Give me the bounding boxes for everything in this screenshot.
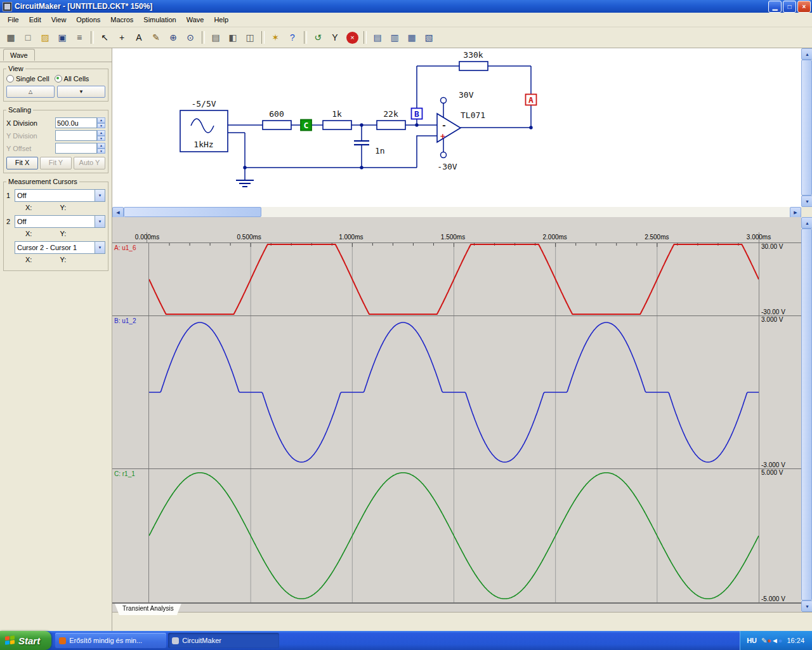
- waveform-vertical-scrollbar[interactable]: ▲ ▼: [801, 217, 812, 612]
- waveform-window-button-1[interactable]: ▤: [369, 30, 386, 46]
- waveform-scroll-down-arrow[interactable]: ▼: [801, 600, 812, 612]
- fit-x-button[interactable]: Fit X: [6, 157, 38, 169]
- y-division-spinner[interactable]: ▲▼: [97, 130, 105, 141]
- vminus-terminal[interactable]: [441, 152, 447, 158]
- run-wizard-button[interactable]: ✶: [267, 30, 284, 46]
- waveform-window-button-4[interactable]: ▧: [421, 30, 437, 46]
- open-file-button[interactable]: ▨: [37, 30, 53, 46]
- triangle-up-icon: △: [29, 89, 32, 95]
- menu-macros[interactable]: Macros: [105, 14, 138, 25]
- tile-windows-button[interactable]: ◫: [242, 30, 258, 46]
- resistor-22k[interactable]: [377, 121, 405, 129]
- time-axis: 0.000ms0.500ms1.000ms1.500ms2.000ms2.500…: [147, 232, 759, 242]
- start-button[interactable]: Start: [0, 631, 51, 650]
- print-button[interactable]: ≡: [71, 30, 88, 46]
- resistor-1k-label: 1k: [332, 109, 342, 119]
- trace-plot-c[interactable]: [149, 469, 759, 602]
- circuit-vertical-scrollbar[interactable]: ▲ ▼: [801, 48, 812, 207]
- help-button[interactable]: ?: [284, 30, 301, 46]
- cursor-diff-select[interactable]: Cursor 2 - Cursor 1 ▼: [15, 241, 105, 254]
- y-offset-input[interactable]: [55, 143, 97, 154]
- tray-pencil-icon[interactable]: ✎: [761, 637, 767, 644]
- y-division-input[interactable]: [55, 130, 97, 141]
- waveform-window-button-2[interactable]: ▥: [386, 30, 403, 46]
- trace-plot-a[interactable]: [149, 243, 759, 315]
- fit-to-window-button[interactable]: ◧: [225, 30, 241, 46]
- tray-volume-icon[interactable]: ◄: [771, 637, 778, 644]
- circuit-scroll-down-arrow[interactable]: ▼: [801, 196, 812, 207]
- fit-y-button[interactable]: Fit Y: [40, 157, 72, 169]
- probe-tool-button[interactable]: ⊙: [182, 30, 199, 46]
- cursor1-select[interactable]: Off ▼: [15, 189, 105, 202]
- circuit-vscroll-thumb[interactable]: [801, 60, 812, 196]
- circuit-hscroll-thumb[interactable]: [124, 207, 261, 217]
- single-cell-radio[interactable]: Single Cell: [6, 75, 49, 83]
- save-file-button[interactable]: ▣: [54, 30, 70, 46]
- cursor-diff-value: Cursor 2 - Cursor 1: [15, 244, 95, 251]
- reset-simulation-button[interactable]: ↺: [310, 30, 326, 46]
- spin-up-icon[interactable]: ▲: [97, 117, 105, 123]
- minimize-button[interactable]: ▁: [768, 1, 782, 13]
- resistor-1k[interactable]: [323, 121, 351, 129]
- x-division-spinner[interactable]: ▲▼: [97, 117, 105, 128]
- sheet-view-button[interactable]: ▤: [207, 30, 224, 46]
- scaling-group-title: Scaling: [6, 106, 33, 114]
- trace-plot-b[interactable]: [149, 316, 759, 468]
- all-cells-radio[interactable]: All Cells: [55, 75, 89, 83]
- title-bar[interactable]: CircuitMaker - [UNTITLED.CKT* 150%] ▁ □ …: [0, 0, 812, 13]
- spin-up-icon[interactable]: ▲: [97, 130, 105, 136]
- auto-y-button[interactable]: Auto Y: [74, 157, 105, 169]
- x-division-input[interactable]: [55, 117, 97, 128]
- zoom-tool-button[interactable]: ⊕: [165, 30, 181, 46]
- waveform-window-button-3[interactable]: ▦: [403, 30, 420, 46]
- stop-button[interactable]: ×: [346, 32, 358, 44]
- taskbar-task-1[interactable]: Erősítő mindig és min...: [55, 633, 166, 648]
- menu-file[interactable]: File: [3, 14, 24, 25]
- pan-up-button[interactable]: △: [6, 86, 55, 98]
- menu-wave[interactable]: Wave: [181, 14, 209, 25]
- pan-down-button[interactable]: ▼: [57, 86, 105, 98]
- menu-simulation[interactable]: Simulation: [138, 14, 181, 25]
- waveform-vscroll-thumb[interactable]: [801, 229, 812, 600]
- y-axis-a: 30.00 V-30.00 V: [759, 243, 801, 315]
- spin-down-icon[interactable]: ▼: [97, 123, 105, 129]
- circuit-horizontal-scrollbar[interactable]: ◀ ▶: [112, 207, 801, 217]
- waveform-scroll-up-arrow[interactable]: ▲: [801, 217, 812, 229]
- schematic-canvas[interactable]: -5/5V 1kHz 600 1k 22k 1n 330k TL071 30V …: [112, 48, 801, 207]
- tray-messenger-icon[interactable]: ●: [778, 637, 783, 644]
- new-file-button[interactable]: □: [20, 30, 36, 46]
- text-tool-button[interactable]: A: [131, 30, 147, 46]
- circuit-hscroll-track[interactable]: [261, 207, 790, 217]
- spin-up-icon[interactable]: ▲: [97, 143, 105, 149]
- menu-options[interactable]: Options: [71, 14, 105, 25]
- delete-tool-button[interactable]: ✎: [148, 30, 164, 46]
- taskbar-task-2[interactable]: CircuitMaker: [168, 633, 279, 648]
- ground-symbol[interactable]: [236, 180, 254, 187]
- circuit-scroll-up-arrow[interactable]: ▲: [801, 48, 812, 60]
- tray-antivirus-icon[interactable]: ●: [767, 637, 771, 644]
- taskbar-clock[interactable]: 16:24: [787, 637, 804, 644]
- menu-help[interactable]: Help: [209, 14, 233, 25]
- language-indicator[interactable]: HU: [747, 637, 757, 644]
- trace-tool-button[interactable]: Y: [327, 30, 343, 46]
- tab-wave[interactable]: Wave: [3, 49, 35, 61]
- dropdown-arrow-icon[interactable]: ▼: [95, 190, 105, 201]
- part-browser-button[interactable]: ▦: [3, 30, 19, 46]
- y-offset-spinner[interactable]: ▲▼: [97, 143, 105, 154]
- dropdown-arrow-icon[interactable]: ▼: [95, 242, 105, 253]
- dropdown-arrow-icon[interactable]: ▼: [95, 216, 105, 227]
- probe-b-letter: B: [414, 109, 419, 119]
- resistor-330k[interactable]: [459, 62, 488, 70]
- wire-tool-button[interactable]: +: [114, 30, 130, 46]
- menu-edit[interactable]: Edit: [24, 14, 46, 25]
- arrow-tool-button[interactable]: ↖: [96, 30, 113, 46]
- spin-down-icon[interactable]: ▼: [97, 149, 105, 154]
- tab-transient-analysis[interactable]: Transient Analysis: [115, 604, 181, 615]
- resistor-600[interactable]: [263, 121, 291, 129]
- vplus-terminal[interactable]: [441, 98, 447, 103]
- restore-button[interactable]: □: [783, 1, 796, 13]
- close-button[interactable]: ×: [797, 1, 811, 13]
- spin-down-icon[interactable]: ▼: [97, 136, 105, 142]
- cursor2-select[interactable]: Off ▼: [15, 215, 105, 228]
- menu-view[interactable]: View: [46, 14, 72, 25]
